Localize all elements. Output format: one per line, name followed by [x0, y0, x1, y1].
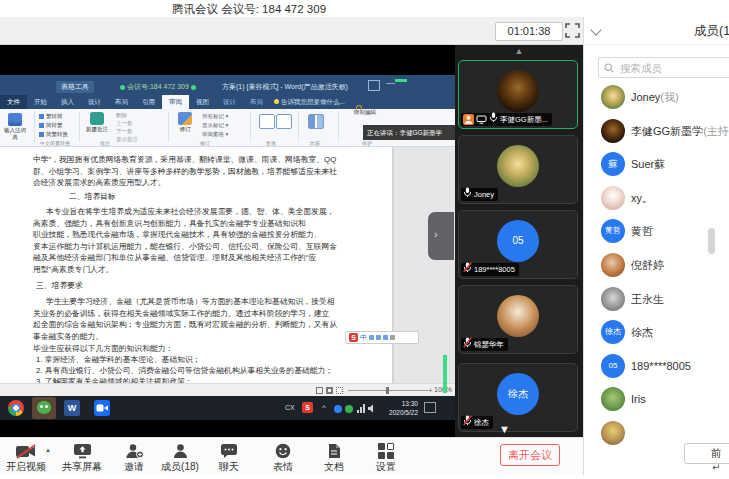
members-scrollbar[interactable] — [708, 228, 715, 254]
next-comment: 下一条 — [116, 128, 133, 135]
document-line: 资本运作能力与计算机运用能力，能在银行、小贷公司、信托公司、保险公司、互联网金 — [33, 242, 337, 251]
word-icon: W — [64, 400, 80, 416]
member-row-倪舒婷[interactable]: 倪舒婷 — [584, 253, 729, 279]
document-line: 三、培养要求 — [36, 281, 83, 290]
document-line: 会经济发展需求的高素质应用型人才。 — [33, 178, 166, 187]
document-icon — [306, 442, 362, 459]
member-avatar — [601, 186, 625, 210]
member-avatar: 徐杰 — [601, 320, 625, 344]
volume-icon — [368, 404, 377, 413]
tile-name-label: 189****8005 — [461, 263, 519, 276]
mic-icon — [489, 112, 498, 127]
member-name: 黄哲 — [631, 219, 653, 243]
document-line: 融及其他经济金融部门和单位从事金融、信贷管理、理财及其他相关经济工作的“应 — [33, 253, 316, 262]
shared-screen-area: 表格工具 会议号:184 472 309 方案(1) [兼容模式] - Word… — [0, 45, 455, 437]
smiley-icon — [255, 442, 311, 459]
conv-convert: 简繁转换 — [39, 131, 68, 138]
meeting-timer: 01:01:38 — [495, 22, 563, 41]
video-tile-徐杰[interactable]: 徐杰徐杰 — [458, 363, 578, 432]
tray-blue-icon — [334, 405, 342, 413]
zoom-slider-knob — [386, 387, 389, 394]
member-row-Joney[interactable]: Joney(我) — [584, 85, 729, 111]
scroll-up-icon[interactable]: ▲ — [455, 46, 583, 56]
word-tab-引用: 引用 — [135, 95, 162, 109]
search-icon — [604, 63, 614, 73]
member-row-xy。[interactable]: xy。 — [584, 186, 729, 212]
document-line: 二、培养目标 — [69, 192, 116, 201]
chevron-up-icon[interactable]: ▲ — [45, 447, 51, 453]
video-tile-李健GG新墨...[interactable]: 李健GG新墨... — [458, 60, 578, 129]
member-row-Iris[interactable]: Iris — [584, 387, 729, 413]
input-dict-button: 输入法词典 — [2, 113, 28, 141]
share-frame-green-stripe — [443, 355, 447, 393]
video-tile-锦瑟华年[interactable]: 锦瑟华年 — [458, 285, 578, 354]
document-line: 关业务的必备训练，获得在相关金融领域实际工作的能力。通过本科阶段的学习，建立 — [33, 309, 329, 318]
settings-button[interactable]: 设置 — [358, 442, 414, 474]
windows-taskbar: W CX S ^ 13:30 2020/5/22 — [0, 396, 455, 420]
meeting-control-bar: 01:01:38 — [0, 17, 583, 45]
word-tab-开始: 开始 — [27, 95, 54, 109]
member-row-Suer蘇[interactable]: 蘇Suer蘇 — [584, 152, 729, 178]
members-button[interactable]: 成员(18) — [152, 442, 208, 474]
group-track-label: 修订 — [200, 140, 210, 146]
tray-expand-icon: ^ — [322, 403, 326, 412]
word-ribbon-tabs: 文件 开始插入设计布局引用审阅视图 设计布局 告诉我您想要做什么... — [0, 95, 455, 109]
member-avatar — [601, 287, 625, 311]
review-pane-dropdown: 审阅窗格 ▾ — [202, 131, 228, 138]
chat-button[interactable]: 聊天 — [201, 442, 257, 474]
member-row-李健GG新墨学[interactable]: 李健GG新墨学(主持人) — [584, 119, 729, 145]
member-row-徐杰[interactable]: 徐杰徐杰 — [584, 320, 729, 346]
member-name: xy。 — [631, 186, 653, 210]
word-tab-视图: 视图 — [189, 95, 216, 109]
document-line: 中学”，我国拥有优质网络教育资源，采用慕课、翻转课堂、微课、雨课、网络教室、QQ — [33, 155, 336, 164]
mic-muted-icon — [463, 337, 472, 352]
member-avatar: 蘇 — [601, 152, 625, 176]
search-box[interactable] — [598, 57, 729, 78]
members-panel: 成员(18) Joney(我)李健GG新墨学(主持人)蘇Suer蘇xy。黄哲黄哲… — [583, 17, 729, 475]
document-line: 2. 具有商业银行、小贷公司、消费金融公司等信贷金融机构从事相关业务的基础能力； — [36, 366, 333, 375]
emoji-button[interactable]: 表情 — [255, 442, 311, 474]
leave-meeting-button[interactable]: 离开会议 — [500, 444, 560, 466]
member-avatar — [601, 387, 625, 411]
word-contextual-tab-布局: 布局 — [243, 95, 270, 109]
member-avatar: 黄哲 — [601, 219, 625, 243]
member-name: 倪舒婷 — [631, 253, 664, 277]
ime-indicator: CX — [285, 404, 295, 411]
docs-button[interactable]: 文档 — [306, 442, 362, 474]
share-screen-button[interactable]: 共享屏幕 — [54, 442, 110, 474]
member-name: Iris — [631, 387, 646, 411]
group-chinese-label: 中文简繁转换 — [40, 140, 70, 146]
member-row-王永生[interactable]: 王永生 — [584, 287, 729, 313]
document-line: 1. 掌握经济、金融学科的基本理论、基础知识； — [36, 355, 201, 364]
ime-mode-label: 中 — [360, 333, 367, 343]
strip-collapse-handle[interactable]: › — [428, 212, 454, 260]
restrict-editing-button: 限制编辑 — [352, 109, 378, 116]
member-avatar — [601, 253, 625, 277]
tile-name-label: 徐杰 — [461, 416, 493, 429]
member-name: 王永生 — [631, 287, 664, 311]
members-panel-title: 成员(18) — [694, 23, 729, 40]
toggle-video-button[interactable]: ▲ 开启视频 — [0, 442, 54, 474]
conv-simplified: 简转繁 — [39, 122, 63, 129]
member-row-189****8005[interactable]: 05189****8005 — [584, 354, 729, 380]
search-input[interactable] — [618, 61, 722, 75]
word-table-tools-tab: 表格工具 — [56, 81, 94, 93]
video-tile-189****8005[interactable]: 05189****8005 — [458, 210, 578, 279]
scroll-down-icon[interactable]: ▼ — [499, 423, 510, 435]
chevron-down-icon[interactable] — [590, 24, 601, 35]
member-name: Suer蘇 — [631, 152, 665, 176]
shared-desktop: 表格工具 会议号:184 472 309 方案(1) [兼容模式] - Word… — [0, 75, 455, 420]
sogou-icon: S — [349, 333, 358, 342]
document-line: 学生主要学习经济、金融（尤其是货币市场）等方面的基本理论和基础知识，接受相 — [46, 297, 334, 306]
notification-icon — [424, 402, 436, 413]
tile-name-label: Joney — [461, 188, 498, 201]
members-footer-button[interactable]: 前 — [684, 443, 729, 464]
screenshot-stage: 腾讯会议 会议号: 184 472 309 01:01:38 表格工具 会议号:… — [0, 0, 729, 479]
video-tile-Joney[interactable]: Joney — [458, 135, 578, 204]
member-name: Joney(我) — [631, 85, 679, 109]
mic-muted-icon — [463, 262, 472, 277]
group-protect-label: 保护 — [362, 140, 372, 146]
fullscreen-icon[interactable] — [565, 23, 580, 38]
word-tab-审阅: 审阅 — [162, 95, 189, 109]
mic-icon — [463, 187, 472, 202]
